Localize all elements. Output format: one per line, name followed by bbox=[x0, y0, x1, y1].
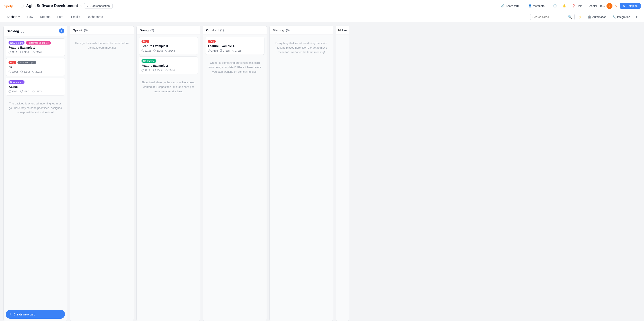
card-meta-item: 2716d bbox=[154, 50, 163, 52]
column-add-button-backlog[interactable]: + bbox=[59, 28, 64, 34]
card-tag: New feature bbox=[8, 41, 24, 44]
column-body-sprint: Here go the cards that must be done befo… bbox=[70, 35, 134, 321]
logo[interactable]: pipefy bbox=[4, 4, 16, 8]
members-button[interactable]: 👤 Members bbox=[526, 3, 546, 8]
edit-pipe-button[interactable]: ⚙ Edit pipe bbox=[620, 3, 640, 9]
card-meta-item: 2716d bbox=[165, 50, 175, 52]
column-hint-staging: Everything that was done during the spri… bbox=[272, 37, 331, 58]
card-meta-item: 2716d bbox=[32, 51, 42, 54]
column-sprint: Sprint(0)Here go the cards that must be … bbox=[70, 26, 134, 321]
connection-icon: ⬡ bbox=[87, 4, 89, 8]
search-icon: 🔍 bbox=[568, 15, 572, 19]
card-title: Feature Example 1 bbox=[8, 46, 62, 49]
user-menu-button[interactable]: Zapier - Te... Z ✳ bbox=[590, 3, 618, 9]
notifications-button[interactable]: 🔔 bbox=[561, 3, 568, 8]
tab-form[interactable]: Form bbox=[54, 12, 68, 22]
card-meta-item: 2716d bbox=[142, 69, 151, 72]
column-body-on-hold: BugFeature Example 42716d2716d2716dOh no… bbox=[203, 35, 266, 321]
share-icon: 🔗 bbox=[501, 4, 504, 8]
card-tag: Bug bbox=[208, 40, 216, 43]
filter-button[interactable]: ⚡ bbox=[576, 14, 584, 20]
bell-icon: 🔔 bbox=[562, 4, 566, 8]
column-on-hold: On Hold(1)BugFeature Example 42716d2716d… bbox=[203, 26, 267, 321]
card-title: Feature Example 4 bbox=[208, 44, 262, 48]
card-meta-item: 2691d bbox=[32, 70, 42, 73]
nav-divider-1 bbox=[524, 4, 524, 8]
help-icon: ❓ bbox=[572, 4, 576, 8]
card-meta-item: 2716d bbox=[8, 51, 18, 54]
user-avatar: Z bbox=[606, 3, 612, 9]
column-body-staging: Everything that was done during the spri… bbox=[270, 35, 333, 321]
card-meta-item: 2716d bbox=[20, 51, 30, 54]
card-tag: Performance Improv. bbox=[26, 41, 51, 44]
grid-view-button[interactable]: ⊞ bbox=[634, 14, 640, 20]
card-meta-item: 1387d bbox=[32, 90, 42, 93]
card-meta-item: 2716d bbox=[208, 50, 218, 52]
integration-icon: 🔧 bbox=[612, 15, 616, 18]
column-body-backlog: New featurePerformance Improv.Feature Ex… bbox=[4, 36, 67, 308]
column-header-doing: Doing(2) bbox=[136, 26, 200, 35]
clock-nav-icon: 🕐 bbox=[553, 4, 557, 8]
card-meta-item: 2549d bbox=[154, 69, 163, 72]
share-form-button[interactable]: 🔗 Share form bbox=[499, 3, 521, 8]
automation-button[interactable]: 🤖 Automation bbox=[586, 14, 608, 20]
card-backlog-0[interactable]: New featurePerformance Improv.Feature Ex… bbox=[6, 38, 65, 56]
card-backlog-1[interactable]: BugTask (dev ops)hii2691d2691d2691d bbox=[6, 58, 65, 76]
asterisk-icon: ✳ bbox=[614, 4, 617, 8]
card-meta-item: 2716d bbox=[142, 50, 151, 52]
card-meta-item: 1387d bbox=[8, 90, 18, 93]
info-icon[interactable]: ℹ bbox=[80, 4, 82, 8]
column-hint-on-hold: Oh no! Is something preventing this card… bbox=[205, 56, 264, 78]
card-tag: Bug bbox=[142, 40, 149, 43]
search-box[interactable]: 🔍 bbox=[530, 14, 574, 20]
add-connection-button[interactable]: ⬡ Add connection bbox=[84, 3, 112, 9]
card-tag: Bug bbox=[8, 61, 16, 64]
top-nav: pipefy ⊟ Agile Software Development ℹ ⬡ … bbox=[0, 0, 644, 12]
board-icon: ⊟ bbox=[20, 4, 24, 8]
partial-column-live: ☑Liv bbox=[336, 26, 349, 321]
column-count-on-hold: (1) bbox=[220, 28, 224, 32]
card-title: Feature Example 3 bbox=[142, 44, 195, 48]
automation-icon: 🤖 bbox=[588, 15, 591, 18]
tab-reports[interactable]: Reports bbox=[37, 12, 54, 22]
tab-flow[interactable]: Flow bbox=[24, 12, 37, 22]
chevron-down-icon: ▼ bbox=[18, 16, 20, 18]
column-header-staging: Staging(0) bbox=[270, 26, 333, 35]
column-title-staging: Staging bbox=[272, 28, 284, 32]
kanban-board: Backlog(3)+New featurePerformance Improv… bbox=[0, 22, 644, 321]
tab-dashboards[interactable]: Dashboards bbox=[83, 12, 106, 22]
card-doing-0[interactable]: BugFeature Example 32716d2716d2716d bbox=[139, 37, 198, 55]
card-meta-item: 2716d bbox=[232, 50, 242, 52]
search-input[interactable] bbox=[532, 15, 567, 18]
board-title: Agile Software Development bbox=[26, 4, 78, 8]
create-new-card-button[interactable]: +Create new card bbox=[6, 310, 65, 319]
integration-button[interactable]: 🔧 Integration bbox=[610, 14, 632, 20]
column-title-doing: Doing bbox=[140, 28, 149, 32]
card-meta-item: 2691d bbox=[8, 70, 18, 73]
checkbox-icon: ☑ bbox=[338, 28, 341, 32]
tab-emails[interactable]: Emails bbox=[68, 12, 83, 22]
card-meta-item: 2549d bbox=[165, 69, 175, 72]
card-tag: UX Improv. bbox=[142, 59, 156, 63]
plus-icon: + bbox=[10, 312, 12, 316]
card-title: Feature Example 2 bbox=[142, 64, 195, 67]
gear-icon: ⚙ bbox=[623, 4, 626, 8]
column-title-backlog: Backlog bbox=[6, 29, 19, 33]
card-backlog-2[interactable]: New feature73,8981387d1387d1387d bbox=[6, 78, 65, 96]
card-tag: Task (dev ops) bbox=[18, 61, 36, 64]
column-backlog: Backlog(3)+New featurePerformance Improv… bbox=[4, 26, 67, 321]
card-title: 73,898 bbox=[8, 85, 62, 88]
card-on-hold-0[interactable]: BugFeature Example 42716d2716d2716d bbox=[205, 37, 264, 55]
clock-nav-button[interactable]: 🕐 bbox=[552, 3, 558, 8]
column-staging: Staging(0)Everything that was done durin… bbox=[269, 26, 333, 321]
card-doing-1[interactable]: UX Improv.Feature Example 22716d2549d254… bbox=[139, 56, 198, 74]
help-button[interactable]: ❓ Help bbox=[570, 3, 584, 8]
column-count-staging: (0) bbox=[286, 28, 290, 32]
card-meta-item: 2716d bbox=[220, 50, 230, 52]
grid-icon: ⊞ bbox=[636, 15, 638, 18]
column-title-sprint: Sprint bbox=[73, 28, 82, 32]
column-title-on-hold: On Hold bbox=[206, 28, 218, 32]
column-hint-sprint: Here go the cards that must be done befo… bbox=[72, 37, 132, 54]
column-hint-backlog: The backlog is where all incoming featur… bbox=[6, 97, 65, 119]
tab-kanban[interactable]: Kanban ▼ bbox=[4, 12, 24, 22]
